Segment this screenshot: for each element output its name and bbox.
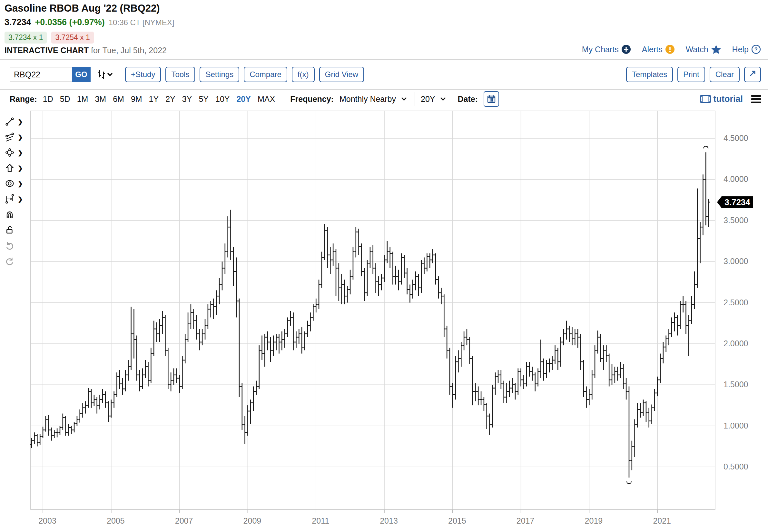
go-button[interactable]: GO: [72, 67, 91, 82]
chevron-down-icon: [107, 71, 113, 78]
svg-text:2021: 2021: [653, 516, 671, 525]
print-button[interactable]: Print: [677, 67, 705, 82]
date-picker-button[interactable]: [484, 91, 499, 107]
chevron-down-icon[interactable]: [439, 95, 447, 103]
rangebar-right: tutorial: [700, 94, 761, 104]
svg-text:2011: 2011: [312, 516, 329, 525]
svg-text:2015: 2015: [448, 516, 466, 525]
interactive-chart-page: { "header": { "title": "Gasoline RBOB Au…: [0, 0, 768, 532]
svg-text:1.0000: 1.0000: [724, 421, 748, 430]
question-circle-icon: ?: [751, 44, 761, 54]
frequency-label: Frequency:: [290, 94, 334, 104]
help-link[interactable]: Help ?: [732, 44, 761, 54]
grid-view-button[interactable]: Grid View: [319, 67, 364, 82]
chart-toolbar: GO +Study Tools Settings Compare f(x) Gr…: [10, 64, 761, 85]
expand-button[interactable]: [744, 67, 761, 82]
divider: [415, 92, 415, 106]
tutorial-link[interactable]: tutorial: [700, 94, 743, 104]
range-2y[interactable]: 2Y: [165, 94, 175, 104]
calendar-icon: [487, 94, 496, 103]
range-10y[interactable]: 10Y: [215, 94, 230, 104]
tools-button[interactable]: Tools: [165, 67, 195, 82]
range-label: Range:: [10, 94, 37, 104]
svg-text:3.7234: 3.7234: [724, 197, 750, 207]
divider: [119, 64, 119, 85]
my-charts-link[interactable]: My Charts: [582, 44, 631, 54]
ohlc-bar-type-icon: [96, 69, 107, 80]
range-20y-selected[interactable]: 20Y: [236, 94, 251, 104]
expand-arrow-icon: [749, 70, 756, 77]
settings-button[interactable]: Settings: [200, 67, 239, 82]
svg-text:2009: 2009: [243, 516, 261, 525]
chevron-down-icon[interactable]: [400, 95, 408, 103]
ask-badge: 3.7254 x 1: [51, 32, 94, 44]
quote-row: 3.7234 +0.0356 (+0.97%) 10:36 CT [NYMEX]: [5, 17, 174, 27]
study-button[interactable]: +Study: [125, 67, 161, 82]
svg-text:0.5000: 0.5000: [724, 462, 748, 471]
range-1d[interactable]: 1D: [43, 94, 53, 104]
period-select[interactable]: 20Y: [421, 94, 435, 104]
divider: [0, 89, 768, 90]
range-3m[interactable]: 3M: [95, 94, 106, 104]
range-3y[interactable]: 3Y: [182, 94, 192, 104]
last-price: 3.7234: [5, 17, 31, 27]
date-label: Date:: [458, 94, 478, 104]
divider: [0, 59, 768, 60]
range-5d[interactable]: 5D: [60, 94, 70, 104]
clear-button[interactable]: Clear: [710, 67, 740, 82]
bid-ask-row: 3.7234 x 1 3.7254 x 1: [5, 32, 94, 44]
range-1y[interactable]: 1Y: [149, 94, 159, 104]
alert-circle-icon: [665, 44, 675, 54]
range-max[interactable]: MAX: [258, 94, 275, 104]
chart-type-selector[interactable]: [96, 69, 113, 80]
svg-text:2003: 2003: [38, 516, 56, 525]
svg-text:2019: 2019: [585, 516, 603, 525]
symbol-search: GO: [10, 67, 91, 82]
fx-button[interactable]: f(x): [292, 67, 315, 82]
frequency-select[interactable]: Monthly Nearby: [340, 94, 396, 104]
film-icon: [700, 94, 711, 103]
svg-text:2017: 2017: [517, 516, 535, 525]
range-9m[interactable]: 9M: [131, 94, 142, 104]
range-6m[interactable]: 6M: [113, 94, 124, 104]
page-date: for Tue, Jul 5th, 2022: [91, 46, 167, 55]
alerts-link[interactable]: Alerts: [642, 44, 675, 54]
breadcrumb: INTERACTIVE CHART for Tue, Jul 5th, 2022: [5, 46, 167, 55]
svg-text:2013: 2013: [380, 516, 398, 525]
svg-text:2007: 2007: [175, 516, 193, 525]
quick-links: My Charts Alerts Watch Help ?: [582, 44, 761, 54]
templates-button[interactable]: Templates: [626, 67, 673, 82]
price-chart[interactable]: 4.50004.00003.50003.00002.50002.00001.50…: [0, 111, 768, 532]
toolbar-right: Templates Print Clear: [626, 67, 761, 82]
symbol-input[interactable]: [10, 67, 72, 82]
price-change: +0.0356 (+0.97%): [35, 17, 105, 27]
page-label: INTERACTIVE CHART: [5, 46, 89, 55]
page-title: Gasoline RBOB Aug '22 (RBQ22): [5, 3, 160, 14]
watch-link[interactable]: Watch: [686, 44, 721, 54]
svg-text:?: ?: [754, 47, 758, 52]
range-bar: Range: 1D 5D 1M 3M 6M 9M 1Y 2Y 3Y 5Y 10Y…: [10, 92, 761, 106]
star-icon: [711, 44, 721, 54]
svg-text:3.0000: 3.0000: [724, 257, 748, 266]
svg-text:4.5000: 4.5000: [724, 133, 748, 143]
range-1m[interactable]: 1M: [77, 94, 88, 104]
quote-time: 10:36 CT [NYMEX]: [109, 18, 174, 27]
svg-text:2.0000: 2.0000: [724, 339, 748, 348]
compare-button[interactable]: Compare: [244, 67, 287, 82]
svg-text:2.5000: 2.5000: [724, 298, 748, 307]
menu-icon[interactable]: [751, 95, 761, 103]
divider: [0, 107, 768, 107]
svg-text:4.0000: 4.0000: [724, 174, 748, 183]
plus-circle-icon: [621, 44, 631, 54]
svg-text:1.5000: 1.5000: [724, 380, 748, 389]
svg-text:2005: 2005: [107, 516, 125, 525]
bid-badge: 3.7234 x 1: [5, 32, 47, 44]
range-5y[interactable]: 5Y: [199, 94, 209, 104]
svg-text:3.5000: 3.5000: [724, 216, 748, 225]
